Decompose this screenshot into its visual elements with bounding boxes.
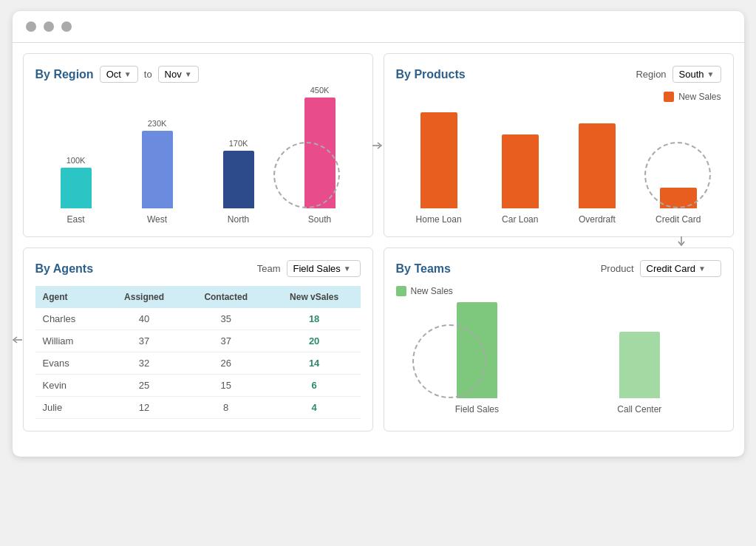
- region-bar-chart: 100K East 230K West 170K North 450K: [35, 92, 361, 225]
- cell-agent: William: [35, 330, 105, 352]
- agents-table: Agent Assigned Contacted New vSales Char…: [35, 286, 361, 419]
- bar-west: 230K West: [142, 119, 173, 225]
- cell-agent: Kevin: [35, 375, 105, 397]
- region-dropdown[interactable]: South ▼: [672, 66, 721, 83]
- cell-agent: Evans: [35, 352, 105, 375]
- cell-contacted: 8: [184, 397, 268, 419]
- by-teams-title: By Teams: [396, 262, 451, 276]
- to-month-arrow: ▼: [185, 70, 192, 78]
- cell-assigned: 25: [104, 375, 183, 397]
- by-agents-header: By Agents Team Field Sales ▼: [35, 260, 361, 277]
- arrow-region-to-products: [372, 138, 383, 153]
- table-row: William 37 37 20: [35, 330, 361, 352]
- team-arrow: ▼: [344, 265, 351, 273]
- by-agents-title: By Agents: [35, 262, 94, 276]
- main-window: By Region Oct ▼ to Nov ▼ 100K East: [13, 11, 744, 457]
- to-month-dropdown[interactable]: Nov ▼: [158, 66, 199, 83]
- cell-contacted: 26: [184, 352, 268, 375]
- product-text: Product: [601, 263, 634, 274]
- team-dropdown[interactable]: Field Sales ▼: [287, 260, 361, 277]
- cell-newsales: 20: [268, 330, 361, 352]
- team-text: Team: [257, 263, 281, 274]
- arrow-products-to-teams: [674, 236, 689, 247]
- cell-assigned: 37: [104, 330, 183, 352]
- cell-contacted: 15: [184, 375, 268, 397]
- table-row: Evans 32 26 14: [35, 352, 361, 375]
- col-assigned: Assigned: [104, 286, 183, 308]
- bar-creditcard: Credit Card: [655, 188, 701, 225]
- table-row: Kevin 25 15 6: [35, 375, 361, 397]
- arrow-teams-to-agents: [13, 332, 24, 347]
- table-row: Julie 12 8 4: [35, 397, 361, 419]
- bar-homeloan: Home Loan: [416, 112, 462, 225]
- cell-agent: Charles: [35, 308, 105, 330]
- title-bar: [13, 11, 744, 43]
- by-region-title: By Region: [35, 68, 94, 81]
- by-region-header: By Region Oct ▼ to Nov ▼: [35, 66, 361, 83]
- cell-newsales: 6: [268, 375, 361, 397]
- by-region-panel: By Region Oct ▼ to Nov ▼ 100K East: [23, 53, 373, 237]
- product-dropdown[interactable]: Credit Card ▼: [640, 260, 721, 277]
- bar-east: 100K East: [61, 156, 92, 225]
- by-teams-panel: By Teams Product Credit Card ▼ New Sales…: [384, 248, 734, 431]
- cell-assigned: 40: [104, 308, 183, 330]
- region-arrow: ▼: [707, 70, 715, 78]
- cell-agent: Julie: [35, 397, 105, 419]
- cell-newsales: 18: [268, 308, 361, 330]
- by-agents-panel: By Agents Team Field Sales ▼ Agent Assig…: [23, 248, 373, 431]
- table-header-row: Agent Assigned Contacted New vSales: [35, 286, 361, 308]
- col-newsales: New vSales: [268, 286, 361, 308]
- teams-legend: New Sales: [396, 286, 721, 296]
- by-products-header: By Products Region South ▼: [396, 66, 721, 83]
- col-agent: Agent: [35, 286, 105, 308]
- to-text: to: [144, 69, 152, 80]
- products-bar-chart: Home Loan Car Loan Overdraft Credit Card: [396, 92, 721, 225]
- cell-newsales: 14: [268, 352, 361, 375]
- col-contacted: Contacted: [184, 286, 268, 308]
- table-row: Charles 40 35 18: [35, 308, 361, 330]
- from-month-arrow: ▼: [124, 70, 132, 78]
- bar-fieldsales: Field Sales: [455, 302, 499, 414]
- from-month-dropdown[interactable]: Oct ▼: [100, 66, 138, 83]
- cell-contacted: 35: [184, 308, 268, 330]
- bar-callcenter: Call Center: [617, 332, 661, 414]
- cell-assigned: 32: [104, 352, 183, 375]
- region-text: Region: [636, 69, 666, 80]
- teams-bar-chart: Field Sales Call Center: [396, 296, 721, 414]
- by-products-panel: By Products Region South ▼ New Sales Hom…: [384, 53, 734, 237]
- bar-overdraft: Overdraft: [579, 123, 616, 225]
- dashboard: By Region Oct ▼ to Nov ▼ 100K East: [13, 43, 744, 442]
- bar-south: 450K South: [304, 86, 336, 225]
- cell-assigned: 12: [104, 397, 183, 419]
- window-dot-3: [61, 21, 72, 32]
- bar-north: 170K North: [223, 139, 254, 225]
- legend-dot-green: [396, 286, 406, 296]
- agents-table-body: Charles 40 35 18 William 37 37 20 Evans …: [35, 308, 361, 419]
- bar-carloan: Car Loan: [502, 134, 539, 225]
- window-dot-2: [44, 21, 54, 32]
- product-arrow: ▼: [698, 265, 706, 273]
- by-products-title: By Products: [396, 68, 466, 81]
- window-dot-1: [26, 21, 36, 32]
- cell-contacted: 37: [184, 330, 268, 352]
- cell-newsales: 4: [268, 397, 361, 419]
- by-teams-header: By Teams Product Credit Card ▼: [396, 260, 721, 277]
